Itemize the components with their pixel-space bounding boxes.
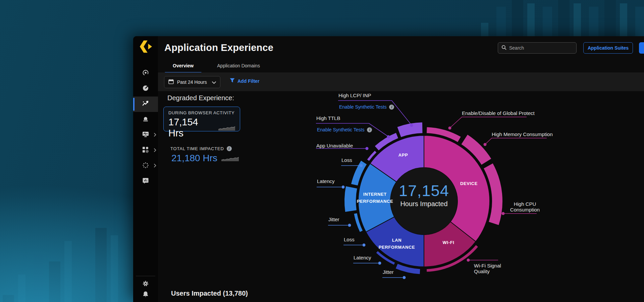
chevron-right-icon	[154, 163, 156, 169]
callout-label-high-memory: High Memory Consumption	[492, 131, 553, 137]
total-time-impacted-value: 21,180 Hrs	[171, 153, 239, 164]
add-filter-button[interactable]: Add Filter	[230, 78, 259, 84]
info-icon: i	[389, 105, 394, 110]
callout-label-high-ttlb: High TTLB	[316, 115, 340, 121]
info-icon: i	[367, 127, 372, 132]
sidebar-item-notifications[interactable]	[133, 288, 158, 302]
bell-icon	[142, 291, 149, 299]
app-grid-gear-icon	[142, 146, 150, 155]
report-icon	[142, 177, 149, 186]
gauge-icon	[142, 84, 149, 93]
calendar-icon	[168, 79, 174, 85]
primary-action-button-clipped[interactable]	[639, 42, 644, 54]
degraded-experience-title: Degraded Experience:	[167, 94, 234, 102]
callout-label-high-lcp-inp: High LCP/ INP	[338, 93, 371, 98]
chevron-right-icon	[154, 147, 156, 154]
sidebar-item-dashboards[interactable]	[133, 81, 158, 97]
activity-trend-icon	[142, 100, 150, 109]
sidebar	[133, 36, 158, 302]
funnel-icon	[230, 78, 235, 84]
during-browser-activity-label: DURING BROWSER ACTIVITY	[168, 110, 235, 115]
sparkline	[221, 156, 239, 161]
callout-label-global-protect: Enable/Disable of Global Protect	[462, 110, 535, 116]
callout-label-loss-lan: Loss	[344, 237, 355, 242]
sparkline	[218, 125, 235, 131]
during-browser-activity-value: 17,154 Hrs	[168, 117, 214, 139]
search-input[interactable]	[509, 45, 573, 51]
filter-bar: Past 24 Hours Add Filter	[158, 72, 644, 91]
radar-icon	[142, 69, 149, 78]
tab-overview[interactable]: Overview	[165, 60, 202, 73]
callout-label-app-unavailable: App Unavailable	[316, 143, 353, 148]
sidebar-item-app-catalog[interactable]	[133, 143, 158, 158]
callout-label-jitter-lan: Jitter	[383, 269, 394, 275]
global-search[interactable]	[498, 42, 577, 54]
subsegment-latency[interactable]	[344, 186, 358, 213]
prisma-logo-icon[interactable]	[139, 40, 153, 54]
callout-link-high-lcp-inp[interactable]: Enable Synthetic Testsi	[339, 104, 394, 110]
dotted-circle-icon	[142, 161, 150, 171]
users-impacted-title: Users Impacted (13,780)	[171, 290, 248, 297]
total-time-impacted-label: TOTAL TIME IMPACTED i	[170, 146, 232, 151]
sidebar-item-reports[interactable]	[133, 174, 158, 189]
page-title: Application Experience	[164, 42, 273, 53]
callout-label-latency-lan: Latency	[354, 255, 371, 260]
app-window: Application Experience Application Suite…	[133, 36, 644, 302]
hours-impacted-label: Hours Impacted	[400, 200, 447, 208]
callout-label-loss-internet: Loss	[341, 157, 352, 163]
sidebar-item-incidents-alerts[interactable]	[133, 112, 158, 127]
time-range-dropdown[interactable]: Past 24 Hours	[164, 76, 220, 88]
hours-impacted-value: 17,154	[399, 181, 449, 200]
callout-label-jitter-internet: Jitter	[328, 217, 339, 222]
application-suites-button[interactable]: Application Suites	[583, 42, 633, 54]
chevron-down-icon	[212, 79, 216, 85]
callout-label-high-cpu: High CPU Consumption	[505, 201, 545, 213]
subsegment-high-lcp-inp[interactable]	[397, 122, 423, 137]
sidebar-divider	[136, 276, 155, 276]
during-browser-activity-card[interactable]: DURING BROWSER ACTIVITY 17,154 Hrs	[163, 107, 240, 131]
callout-link-high-ttlb[interactable]: Enable Synthetic Testsi	[317, 127, 372, 132]
sidebar-item-autonomous-ops[interactable]	[133, 158, 158, 174]
tab-application-domains[interactable]: Application Domains	[209, 60, 268, 73]
siren-icon	[142, 115, 149, 124]
gear-icon	[142, 280, 149, 289]
sidebar-item-network-monitoring[interactable]	[133, 127, 158, 143]
sidebar-item-application-experience[interactable]	[133, 97, 158, 112]
monitor-pulse-icon	[142, 130, 150, 140]
sidebar-nav	[133, 66, 158, 189]
callout-label-latency-internet: Latency	[317, 178, 335, 184]
chevron-right-icon	[154, 132, 156, 138]
search-icon	[501, 45, 506, 51]
tab-bar: Overview Application Domains	[165, 60, 268, 73]
callout-label-wifi-signal-quality: Wi-Fi Signal Quality	[474, 263, 501, 274]
sidebar-item-command-center[interactable]	[133, 66, 158, 81]
info-icon[interactable]: i	[227, 146, 232, 151]
